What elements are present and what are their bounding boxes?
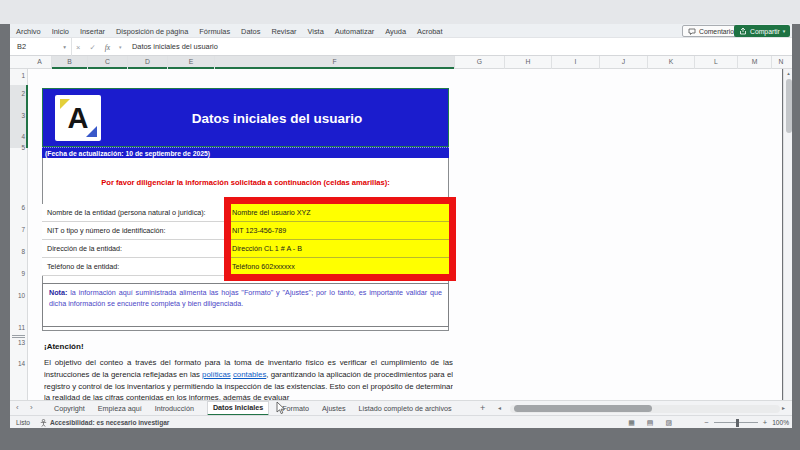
column-header-I[interactable]: I <box>552 56 600 69</box>
zoom-level[interactable]: 100% <box>772 419 789 426</box>
formula-bar-input[interactable]: Datos iniciales del usuario <box>132 38 218 56</box>
hscroll-right-icon[interactable]: ▸ <box>782 401 785 416</box>
column-header-N[interactable]: N <box>772 56 790 69</box>
row-header-13[interactable]: 13 <box>10 339 25 347</box>
row-header-10[interactable]: 10 <box>10 292 25 300</box>
company-logo: A <box>55 95 101 141</box>
menu-insertar[interactable]: Insertar <box>80 27 105 36</box>
excel-window: Archivo Inicio Insertar Disposición de p… <box>0 0 800 450</box>
note-label: Nota: <box>49 288 67 297</box>
row-header-3[interactable]: 3 <box>10 112 25 120</box>
row-header-9[interactable]: 9 <box>10 270 25 278</box>
row-header-11[interactable]: 11 <box>10 324 25 332</box>
ribbon-tabs: Archivo Inicio Insertar Disposición de p… <box>16 24 443 38</box>
normal-view-icon[interactable]: ▦ <box>628 419 635 427</box>
enter-check-icon[interactable]: ✓ <box>89 43 95 52</box>
menu-inicio[interactable]: Inicio <box>52 27 69 36</box>
comment-icon <box>688 28 696 35</box>
tab-formato[interactable]: Formato <box>282 404 309 413</box>
row-header-7[interactable]: 7 <box>10 226 25 234</box>
hscroll-left-icon[interactable]: ◂ <box>498 401 501 416</box>
cancel-icon[interactable]: × <box>76 43 80 52</box>
active-cell-ref: B2 <box>17 42 26 51</box>
column-header-M[interactable]: M <box>738 56 772 69</box>
tab-datos-iniciales-active[interactable]: Datos Iniciales <box>207 401 269 416</box>
row-header-6[interactable]: 6 <box>10 204 25 212</box>
attention-paragraph: El objetivo del conteo a través del form… <box>44 357 453 400</box>
column-header-F[interactable]: F <box>215 56 455 69</box>
row-header-5[interactable]: 5 <box>10 144 25 152</box>
accessibility-status[interactable]: Accesibilidad: es necesario investigar <box>40 419 169 427</box>
instruction-text: Por favor diligenciar la información sol… <box>42 169 449 195</box>
column-header-A[interactable]: A <box>28 56 52 69</box>
column-header-L[interactable]: L <box>695 56 738 69</box>
menu-disposicion[interactable]: Disposición de página <box>116 27 188 36</box>
column-header-C[interactable]: C <box>88 56 128 69</box>
page-layout-view-icon[interactable]: ▤ <box>647 419 654 427</box>
row-header-2[interactable]: 2 <box>10 90 25 98</box>
add-sheet-icon[interactable]: + <box>480 401 485 416</box>
name-box[interactable]: B2 ▾ <box>10 38 72 56</box>
zoom-slider-thumb[interactable] <box>736 419 739 427</box>
column-header-E[interactable]: E <box>168 56 215 69</box>
menu-automatizar[interactable]: Automatizar <box>335 27 374 36</box>
column-header-H[interactable]: H <box>505 56 552 69</box>
sheet-tabs: Copyright Empieza aquí Introducción Dato… <box>54 401 452 416</box>
ribbon-menubar: Archivo Inicio Insertar Disposición de p… <box>10 24 792 38</box>
tab-listado-completo[interactable]: Listado completo de archivos <box>359 404 452 413</box>
menu-archivo[interactable]: Archivo <box>16 27 41 36</box>
zoom-controls: − + 100% <box>704 416 789 429</box>
column-headers: A B C D E F G H I J K L M N <box>10 56 792 69</box>
scroll-up-icon[interactable]: ▴ <box>784 70 793 76</box>
menu-revisar[interactable]: Revisar <box>271 27 296 36</box>
contables-link[interactable]: contables <box>233 370 266 379</box>
form-title: Datos iniciales del usuario <box>117 89 437 148</box>
politicas-link[interactable]: políticas <box>202 370 231 379</box>
mouse-cursor <box>276 401 286 415</box>
page-break-view-icon[interactable]: ▨ <box>665 419 672 427</box>
row-header-14[interactable]: 14 <box>10 360 25 368</box>
field-label-nit: NIT o tipo y número de identificación: <box>42 222 228 240</box>
note-box: Nota: la información aquí suministrada a… <box>42 283 449 327</box>
form-title-cell[interactable]: A Datos iniciales del usuario <box>42 88 449 147</box>
column-header-G[interactable]: G <box>455 56 505 69</box>
row-header-4[interactable]: 4 <box>10 133 25 141</box>
tab-empieza-aqui[interactable]: Empieza aquí <box>98 404 142 413</box>
horizontal-scroll-thumb[interactable] <box>514 405 652 412</box>
zoom-slider[interactable] <box>714 422 758 423</box>
share-dropdown-icon[interactable]: ▾ <box>783 28 786 34</box>
tab-copyright[interactable]: Copyright <box>54 404 85 413</box>
row-header-1[interactable]: 1 <box>10 72 25 80</box>
logo-letter: A <box>55 95 101 141</box>
hidden-row-12-marker <box>12 335 25 338</box>
menu-ayuda[interactable]: Ayuda <box>385 27 406 36</box>
zoom-in-icon[interactable]: + <box>763 418 767 427</box>
status-bar: Listo Accesibilidad: es necesario invest… <box>10 415 792 428</box>
fx-chevron-icon: ▾ <box>119 44 122 50</box>
namebox-chevron-icon[interactable]: ▾ <box>63 38 66 56</box>
ready-status: Listo <box>16 419 30 426</box>
menu-datos[interactable]: Datos <box>241 27 260 36</box>
tab-ajustes[interactable]: Ajustes <box>322 404 346 413</box>
vertical-scroll-thumb[interactable] <box>786 79 792 133</box>
insert-function-icon[interactable]: fx <box>105 43 110 52</box>
column-header-J[interactable]: J <box>600 56 648 69</box>
menu-acrobat[interactable]: Acrobat <box>417 27 442 36</box>
row-header-8[interactable]: 8 <box>10 248 25 256</box>
sheet-nav-right-icon[interactable]: › <box>30 401 33 416</box>
sheet-nav-left-icon[interactable]: ‹ <box>16 401 19 416</box>
menu-formulas[interactable]: Fórmulas <box>199 27 230 36</box>
column-header-D[interactable]: D <box>128 56 168 69</box>
view-shortcuts: ▦ ▤ ▨ <box>628 416 672 429</box>
worksheet-canvas[interactable]: A Datos iniciales del usuario (Fecha de … <box>28 69 782 400</box>
red-annotation-box <box>224 197 456 281</box>
zoom-out-icon[interactable]: − <box>704 418 708 427</box>
menu-vista[interactable]: Vista <box>307 27 323 36</box>
vertical-scrollbar[interactable]: ▴ <box>783 69 792 400</box>
horizontal-scrollbar[interactable] <box>510 405 780 413</box>
column-header-K[interactable]: K <box>648 56 695 69</box>
share-button[interactable]: Compartir ▾ <box>734 25 790 37</box>
tab-introduccion[interactable]: Introducción <box>155 404 194 413</box>
formula-bar-icons: × ✓ fx ▾ <box>76 38 122 56</box>
column-header-B[interactable]: B <box>52 56 88 69</box>
